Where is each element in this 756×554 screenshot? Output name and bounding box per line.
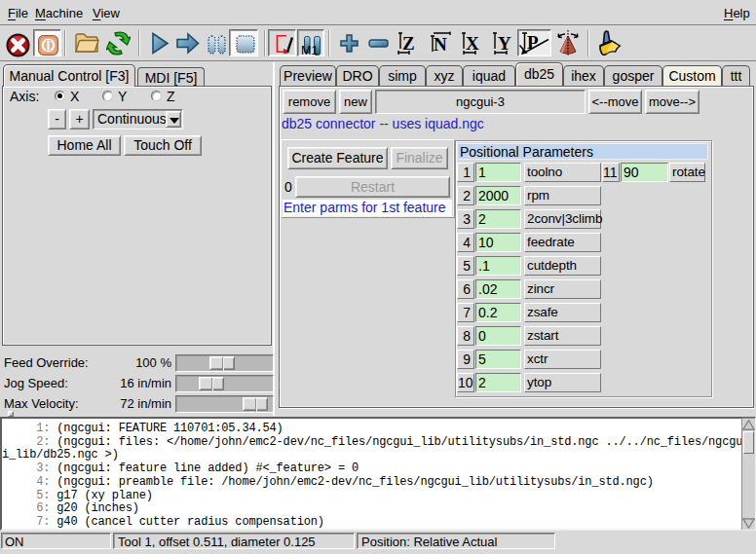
svg-text:Z: Z	[402, 33, 415, 54]
svg-text:M1: M1	[301, 44, 318, 56]
svg-text:N: N	[434, 34, 447, 55]
svg-text:Y: Y	[498, 33, 511, 54]
svg-text:X: X	[466, 33, 479, 54]
